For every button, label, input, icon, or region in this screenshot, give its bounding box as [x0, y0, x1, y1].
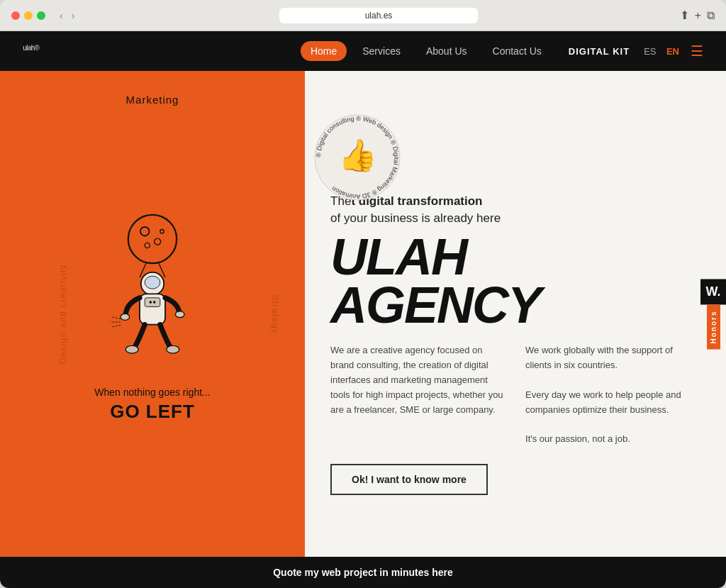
svg-line-19: [111, 326, 121, 328]
desc2-p2: Every day we work to help people and com…: [525, 388, 700, 418]
browser-window: ‹ › ⬆ + ⧉ ulah® Home Services About Us C…: [0, 0, 726, 588]
svg-rect-10: [145, 298, 160, 307]
marketing-text: Marketing: [126, 94, 179, 106]
svg-point-0: [128, 215, 177, 263]
thumbs-up-icon: 👍: [338, 137, 377, 174]
browser-actions: ⬆ + ⧉: [680, 9, 715, 22]
svg-point-13: [121, 314, 130, 320]
browser-controls: ‹ ›: [57, 9, 77, 23]
address-bar: [83, 8, 674, 23]
minimize-button[interactable]: [24, 11, 33, 20]
left-bottom-text: When nothing goes right... GO LEFT: [94, 387, 210, 423]
website-frame: ulah® Home Services About Us Contact Us …: [0, 31, 726, 588]
svg-point-8: [145, 276, 160, 289]
go-left-text: GO LEFT: [94, 401, 210, 423]
footer-label: Quote my web project in minutes here: [273, 567, 453, 578]
site-logo[interactable]: ulah®: [23, 42, 39, 60]
svg-point-3: [145, 243, 150, 248]
svg-point-12: [153, 301, 156, 304]
nav-about[interactable]: About Us: [416, 41, 477, 61]
footer-banner[interactable]: Quote my web project in minutes here: [0, 557, 726, 588]
lang-es[interactable]: ES: [644, 46, 656, 57]
right-content: Thet digital transformation of your busi…: [330, 193, 700, 540]
tagline: When nothing goes right...: [94, 387, 210, 398]
honors-text: Honors: [707, 304, 720, 349]
desc2-p3: It's our passion, not a job.: [525, 432, 700, 447]
design-creativity-text: Design and creativity: [57, 264, 68, 365]
nav-services[interactable]: Services: [352, 41, 411, 61]
traffic-lights: [11, 11, 45, 20]
hamburger-icon[interactable]: ☰: [691, 43, 703, 60]
nav-home[interactable]: Home: [301, 41, 347, 61]
navigation: ulah® Home Services About Us Contact Us …: [0, 31, 726, 71]
logo-reg: ®: [35, 44, 39, 52]
svg-point-11: [150, 301, 152, 304]
desc-col-1: We are a creative agency focused on bran…: [330, 343, 506, 447]
desc-col-2: We work globally with the support of cli…: [525, 343, 700, 447]
svg-point-2: [155, 238, 161, 245]
astronaut-illustration: [82, 205, 223, 375]
right-panel: ® Digital consulting ® Web design ® Digi…: [305, 71, 726, 557]
new-tab-button[interactable]: +: [695, 9, 701, 22]
url-input[interactable]: [279, 8, 478, 23]
circular-badge: ® Digital consulting ® Web design ® Digi…: [308, 108, 407, 207]
nav-contact[interactable]: Contact Us: [483, 41, 552, 61]
tabs-button[interactable]: ⧉: [707, 9, 715, 22]
digital-kit-label[interactable]: DIGITAL KIT: [569, 46, 630, 57]
maximize-button[interactable]: [37, 11, 45, 20]
desc2-p1: We work globally with the support of cli…: [525, 343, 700, 373]
strategy-text: Strategy: [269, 294, 280, 333]
svg-point-15: [125, 345, 138, 353]
agency-name-line2: AGENCY: [330, 277, 540, 333]
close-button[interactable]: [11, 11, 20, 20]
forward-button[interactable]: ›: [69, 9, 78, 23]
hero-text-line2: of your business is already here: [330, 211, 501, 225]
browser-titlebar: ‹ › ⬆ + ⧉: [0, 0, 726, 31]
svg-point-1: [140, 227, 150, 236]
share-button[interactable]: ⬆: [680, 9, 689, 22]
svg-point-16: [167, 345, 179, 353]
agency-description: We are a creative agency focused on bran…: [330, 343, 700, 447]
svg-point-14: [175, 311, 184, 318]
logo-text: ulah: [23, 44, 35, 52]
svg-line-17: [111, 317, 121, 319]
honors-w-label: W.: [700, 279, 726, 304]
agency-title: ULAH AGENCY: [330, 233, 700, 330]
nav-links: Home Services About Us Contact Us: [301, 41, 552, 61]
know-more-button[interactable]: Ok! I want to know more: [330, 464, 488, 495]
svg-point-4: [160, 230, 164, 233]
back-button[interactable]: ‹: [57, 9, 66, 23]
lang-en[interactable]: EN: [666, 46, 679, 57]
left-panel: Design and creativity Marketing Strategy: [0, 71, 305, 557]
main-content: Design and creativity Marketing Strategy: [0, 71, 726, 557]
honors-badge: W. Honors: [700, 279, 726, 349]
